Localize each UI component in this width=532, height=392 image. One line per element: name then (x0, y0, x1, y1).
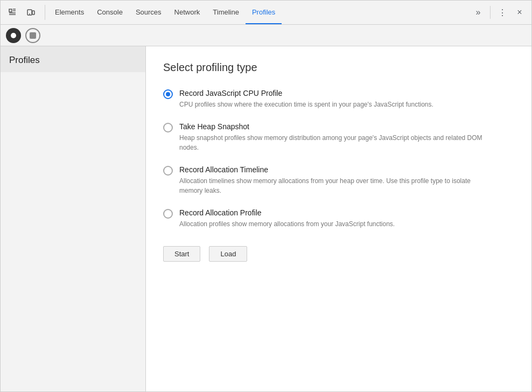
start-button[interactable]: Start (163, 246, 200, 262)
page-title: Select profiling type (163, 61, 514, 74)
inspect-icon[interactable] (5, 5, 20, 20)
option-heap-desc: Heap snapshot profiles show memory distr… (179, 133, 492, 152)
option-cpu-label: Record JavaScript CPU Profile (179, 89, 433, 97)
main-layout: Profiles Select profiling type Record Ja… (1, 46, 531, 392)
svg-rect-6 (32, 11, 34, 15)
action-buttons: Start Load (163, 246, 514, 262)
option-cpu-desc: CPU profiles show where the execution ti… (179, 100, 433, 109)
option-timeline-desc: Allocation timelines show memory allocat… (179, 176, 492, 195)
option-alloc-label: Record Allocation Profile (179, 208, 395, 217)
profiling-options: Record JavaScript CPU Profile CPU profil… (163, 89, 514, 229)
toolbar-divider (490, 6, 491, 19)
device-icon[interactable] (23, 5, 38, 20)
stop-button[interactable] (25, 28, 40, 43)
radio-timeline[interactable] (163, 166, 173, 176)
secondary-toolbar (1, 25, 531, 46)
option-heap-content: Take Heap Snapshot Heap snapshot profile… (179, 122, 492, 152)
nav-tabs: Elements Console Sources Network Timelin… (48, 1, 471, 24)
load-button[interactable]: Load (209, 246, 247, 262)
tab-elements[interactable]: Elements (48, 1, 90, 24)
tab-sources[interactable]: Sources (129, 1, 168, 24)
toolbar-right: » ⋮ × (471, 5, 527, 20)
tab-console[interactable]: Console (90, 1, 129, 24)
more-options-button[interactable]: ⋮ (495, 5, 510, 20)
radio-cpu[interactable] (163, 89, 173, 99)
sidebar-title: Profiles (1, 46, 145, 72)
option-timeline-content: Record Allocation Timeline Allocation ti… (179, 165, 492, 195)
option-alloc-desc: Allocation profiles show memory allocati… (179, 219, 395, 229)
tab-profiles[interactable]: Profiles (246, 1, 282, 24)
tab-network[interactable]: Network (168, 1, 207, 24)
svg-rect-0 (9, 9, 12, 12)
option-alloc: Record Allocation Profile Allocation pro… (163, 208, 514, 229)
content-area: Select profiling type Record JavaScript … (146, 46, 531, 392)
option-cpu: Record JavaScript CPU Profile CPU profil… (163, 89, 514, 109)
sidebar: Profiles (1, 46, 146, 392)
option-cpu-content: Record JavaScript CPU Profile CPU profil… (179, 89, 433, 109)
option-timeline: Record Allocation Timeline Allocation ti… (163, 165, 514, 195)
option-heap-label: Take Heap Snapshot (179, 122, 492, 131)
record-button[interactable] (6, 28, 21, 43)
toolbar-icons (5, 5, 45, 20)
more-tabs-button[interactable]: » (471, 5, 486, 20)
tab-timeline[interactable]: Timeline (206, 1, 246, 24)
radio-heap[interactable] (163, 123, 173, 132)
close-devtools-button[interactable]: × (512, 5, 527, 20)
radio-alloc[interactable] (163, 209, 173, 219)
option-alloc-content: Record Allocation Profile Allocation pro… (179, 208, 395, 229)
devtools-toolbar: Elements Console Sources Network Timelin… (1, 1, 531, 25)
option-heap: Take Heap Snapshot Heap snapshot profile… (163, 122, 514, 152)
option-timeline-label: Record Allocation Timeline (179, 165, 492, 174)
